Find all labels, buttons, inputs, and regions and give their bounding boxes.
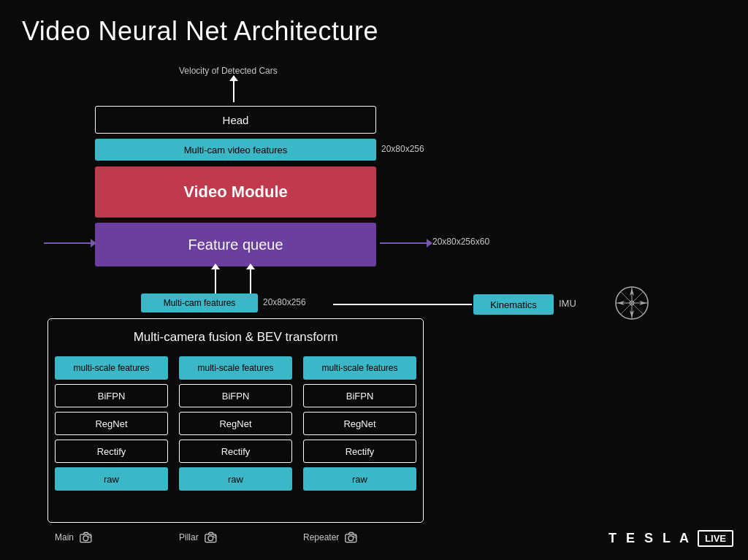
multi-scale-features-2: multi-scale features [179, 356, 292, 380]
camera-col-repeater: multi-scale features BiFPN RegNet Rectif… [303, 356, 416, 495]
repeater-camera-label: Repeater [303, 532, 339, 542]
kinematics-box: Kinematics [473, 294, 554, 315]
velocity-label: Velocity of Detected Cars [179, 66, 278, 76]
multi-scale-features-1: multi-scale features [55, 356, 168, 380]
regnet-1: RegNet [55, 412, 168, 435]
regnet-2: RegNet [179, 412, 292, 435]
svg-point-17 [348, 536, 354, 541]
camera-col-main: multi-scale features BiFPN RegNet Rectif… [55, 356, 168, 495]
camera-label-pillar: Pillar [179, 532, 219, 543]
multi-scale-features-3: multi-scale features [303, 356, 416, 380]
live-badge: LIVE [698, 530, 733, 547]
feature-queue-left-arrow [44, 242, 91, 244]
velocity-arrow [233, 80, 234, 102]
page-title: Video Neural Net Architecture [0, 0, 748, 54]
main-camera-label: Main [55, 532, 74, 542]
rectify-3: Rectify [303, 440, 416, 463]
camera-icon-pillar [205, 532, 219, 543]
multicam-video-features: Multi-cam video features [95, 139, 376, 161]
raw-1: raw [55, 467, 168, 491]
camera-label-repeater: Repeater [303, 532, 359, 543]
raw-3: raw [303, 467, 416, 491]
bifpn-2: BiFPN [179, 384, 292, 407]
bifpn-1: BiFPN [55, 384, 168, 407]
camera-col-pillar: multi-scale features BiFPN RegNet Rectif… [179, 356, 292, 495]
feature-queue-right-arrow [380, 242, 427, 244]
camera-icon-main [80, 532, 94, 543]
imu-label: IMU [559, 298, 576, 309]
multicam-features-label: Multi-cam features [141, 294, 258, 312]
tesla-text: T E S L A [608, 531, 692, 546]
svg-point-14 [208, 536, 213, 541]
diagram-area: Velocity of Detected Cars Head Multi-cam… [0, 66, 748, 560]
size-label-top: 20x80x256 [381, 144, 424, 154]
regnet-3: RegNet [303, 412, 416, 435]
pillar-camera-label: Pillar [179, 532, 199, 542]
bifpn-3: BiFPN [303, 384, 416, 407]
camera-icon-repeater [345, 532, 359, 543]
kinematics-line [333, 304, 472, 305]
tesla-logo-area: T E S L A LIVE [608, 530, 733, 547]
arrow-up-right [250, 269, 251, 294]
fusion-title: Multi-camera fusion & BEV transform [47, 330, 424, 345]
svg-point-11 [83, 536, 88, 541]
compass-icon [614, 285, 650, 321]
arrow-up-left [215, 269, 216, 294]
head-box: Head [95, 106, 376, 134]
size-label-mid: 20x80x256 [263, 297, 306, 307]
feature-queue: Feature queue [95, 223, 376, 266]
size-label-fq: 20x80x256x60 [432, 237, 489, 247]
rectify-1: Rectify [55, 440, 168, 463]
camera-label-main: Main [55, 532, 94, 543]
raw-2: raw [179, 467, 292, 491]
rectify-2: Rectify [179, 440, 292, 463]
video-module: Video Module [95, 166, 376, 218]
